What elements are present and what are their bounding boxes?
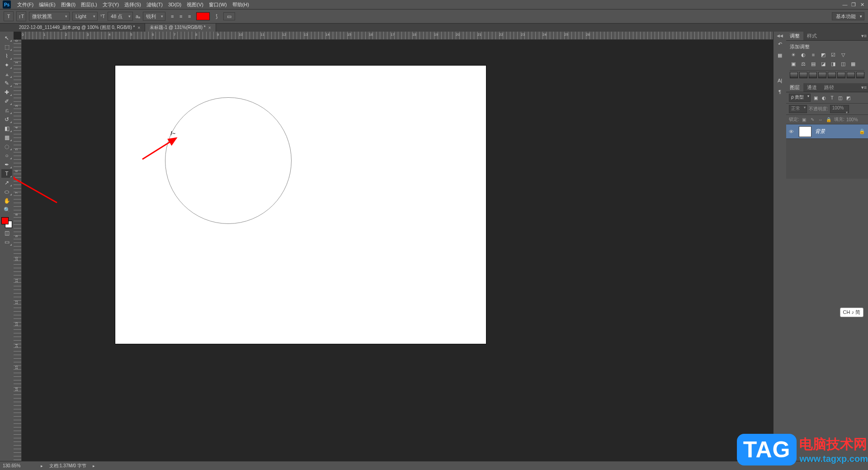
menu-view[interactable]: 视图(V) bbox=[184, 0, 206, 9]
text-color-swatch[interactable] bbox=[196, 12, 210, 20]
current-tool-icon[interactable]: T bbox=[4, 11, 14, 21]
menu-3d[interactable]: 3D(D) bbox=[165, 1, 184, 8]
character-panel-toggle[interactable]: ▭ bbox=[223, 12, 235, 20]
hand-tool[interactable]: ✋ bbox=[1, 196, 12, 205]
bw-icon[interactable]: ▣ bbox=[790, 60, 797, 67]
healing-brush-tool[interactable]: ✚ bbox=[1, 88, 12, 96]
filter-shape-icon[interactable]: ◫ bbox=[837, 95, 843, 101]
menu-filter[interactable]: 滤镜(T) bbox=[144, 0, 165, 9]
zoom-tool[interactable]: 🔍 bbox=[1, 205, 12, 214]
preset-thumb[interactable] bbox=[828, 72, 836, 78]
foreground-color[interactable] bbox=[1, 217, 9, 224]
posterize-icon[interactable]: ▦ bbox=[849, 60, 857, 67]
lock-transparency-icon[interactable]: ▣ bbox=[801, 116, 807, 123]
document-tab-1[interactable]: 2022-12-08_111449_副本.png @ 100% (图层 0, R… bbox=[14, 24, 145, 32]
close-icon[interactable]: × bbox=[137, 25, 140, 30]
horizontal-ruler[interactable]: 0123456789101112131415161718192021222324… bbox=[22, 32, 773, 40]
align-left-button[interactable]: ≡ bbox=[168, 12, 176, 20]
invert-icon[interactable]: ◫ bbox=[840, 60, 847, 67]
photo-filter-icon[interactable]: ▤ bbox=[810, 60, 817, 67]
tab-layers[interactable]: 图层 bbox=[786, 83, 803, 92]
preset-thumb[interactable] bbox=[837, 72, 845, 78]
font-size-select[interactable]: 48 点 bbox=[108, 12, 133, 21]
color-panel-icon[interactable]: ▦ bbox=[774, 50, 785, 61]
levels-icon[interactable]: ◐ bbox=[800, 51, 807, 58]
close-button[interactable]: ✕ bbox=[858, 1, 866, 8]
align-right-button[interactable]: ≡ bbox=[185, 12, 193, 20]
menu-layer[interactable]: 图层(L) bbox=[78, 0, 99, 9]
filter-type-icon[interactable]: T bbox=[829, 95, 835, 101]
preset-thumb[interactable] bbox=[818, 72, 826, 78]
preset-thumb[interactable] bbox=[790, 72, 798, 78]
marquee-tool[interactable]: ⬚ bbox=[1, 43, 12, 51]
zoom-level[interactable]: 130.65% bbox=[3, 463, 34, 468]
panel-menu-icon[interactable]: ▾≡ bbox=[860, 32, 868, 40]
restore-button[interactable]: ❐ bbox=[849, 1, 858, 8]
vertical-ruler[interactable]: 012345678910111213141516 bbox=[14, 40, 22, 461]
pen-tool[interactable]: ✒ bbox=[1, 160, 12, 169]
workspace-select[interactable]: 基本功能 bbox=[832, 12, 864, 20]
tab-adjustments[interactable]: 调整 bbox=[786, 32, 803, 40]
document-tab-2[interactable]: 未标题-1 @ 131%(RGB/8) * × bbox=[145, 24, 216, 32]
menu-select[interactable]: 选择(S) bbox=[122, 0, 144, 9]
ime-indicator[interactable]: CH ♪ 简 bbox=[840, 308, 864, 317]
path-selection-tool[interactable]: ↗ bbox=[1, 178, 12, 187]
close-icon[interactable]: × bbox=[208, 25, 211, 30]
eraser-tool[interactable]: ◧ bbox=[1, 124, 12, 133]
layer-thumbnail[interactable] bbox=[799, 126, 811, 137]
expand-dock-button[interactable]: ◀◀ bbox=[777, 33, 783, 38]
menu-edit[interactable]: 编辑(E) bbox=[36, 0, 58, 9]
font-style-select[interactable]: Light bbox=[72, 12, 98, 21]
filter-smart-icon[interactable]: ◩ bbox=[845, 95, 851, 101]
dodge-tool[interactable]: ○ bbox=[1, 151, 12, 160]
fill-input[interactable]: 100% bbox=[846, 117, 865, 122]
menu-image[interactable]: 图像(I) bbox=[58, 0, 78, 9]
history-brush-tool[interactable]: ↺ bbox=[1, 115, 12, 123]
brightness-icon[interactable]: ☀ bbox=[790, 51, 797, 58]
align-center-button[interactable]: ≡ bbox=[177, 12, 185, 20]
warp-text-button[interactable]: ⟆ bbox=[212, 12, 221, 20]
document-info[interactable]: 文档:1.37M/0 字节 bbox=[49, 463, 86, 469]
docinfo-dropdown-icon[interactable]: ▸ bbox=[93, 464, 95, 468]
preset-thumb[interactable] bbox=[847, 72, 855, 78]
tab-channels[interactable]: 通道 bbox=[803, 83, 821, 92]
brush-tool[interactable]: ✐ bbox=[1, 97, 12, 105]
lock-position-icon[interactable]: ↔ bbox=[817, 116, 824, 123]
tab-styles[interactable]: 样式 bbox=[803, 32, 821, 40]
lookup-icon[interactable]: ◨ bbox=[830, 60, 837, 67]
filter-adjust-icon[interactable]: ◐ bbox=[821, 95, 827, 101]
hue-icon[interactable]: ▽ bbox=[840, 51, 847, 58]
eyedropper-tool[interactable]: ✎ bbox=[1, 79, 12, 87]
layer-name[interactable]: 背景 bbox=[815, 128, 825, 135]
screen-mode-toggle[interactable]: ▭ bbox=[1, 237, 12, 246]
lock-all-icon[interactable]: 🔒 bbox=[826, 116, 832, 123]
zoom-dropdown-icon[interactable]: ▸ bbox=[41, 464, 43, 468]
paragraph-panel-icon[interactable]: ¶ bbox=[774, 86, 785, 97]
crop-tool[interactable]: ⟁ bbox=[1, 70, 12, 78]
history-panel-icon[interactable]: ↶ bbox=[774, 38, 785, 49]
shape-tool[interactable]: ⬭ bbox=[1, 187, 12, 196]
minimize-button[interactable]: — bbox=[841, 1, 849, 8]
visibility-icon[interactable]: 👁 bbox=[789, 129, 795, 134]
menu-file[interactable]: 文件(F) bbox=[14, 0, 36, 9]
magic-wand-tool[interactable]: ✦ bbox=[1, 61, 12, 69]
canvas-area[interactable]: 0123456789101112131415161718192021222324… bbox=[14, 32, 773, 461]
character-panel-icon[interactable]: A| bbox=[774, 75, 785, 86]
blend-mode-select[interactable]: 正常 bbox=[789, 105, 807, 113]
type-tool[interactable]: T bbox=[1, 169, 12, 178]
exposure-icon[interactable]: ◩ bbox=[820, 51, 827, 58]
tab-paths[interactable]: 路径 bbox=[821, 83, 838, 92]
antialias-select[interactable]: 锐利 bbox=[143, 12, 165, 21]
menu-type[interactable]: 文字(Y) bbox=[100, 0, 122, 9]
layer-item-background[interactable]: 👁 背景 🔒 bbox=[786, 124, 868, 139]
preset-thumb[interactable] bbox=[809, 72, 817, 78]
layer-filter-select[interactable]: ρ 类型 bbox=[789, 94, 811, 102]
path-circle[interactable] bbox=[165, 97, 292, 224]
menu-window[interactable]: 窗口(W) bbox=[206, 0, 230, 9]
blur-tool[interactable]: ◌ bbox=[1, 142, 12, 151]
preset-thumb[interactable] bbox=[799, 72, 807, 78]
quick-mask-toggle[interactable]: ◫ bbox=[1, 228, 12, 237]
vibrance-icon[interactable]: ☑ bbox=[830, 51, 837, 58]
text-orientation-button[interactable]: ↕T bbox=[16, 11, 26, 21]
lasso-tool[interactable]: ⌇ bbox=[1, 52, 12, 60]
